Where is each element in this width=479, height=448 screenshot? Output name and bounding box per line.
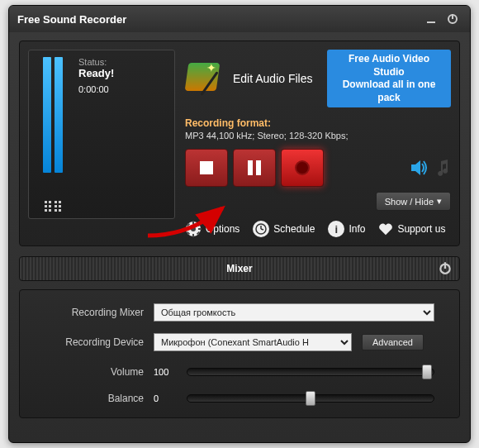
svg-rect-6 (192, 221, 194, 224)
recording-device-label: Recording Device (45, 336, 144, 348)
volume-label: Volume (45, 366, 144, 378)
mixer-power-button[interactable] (438, 260, 453, 278)
balance-value: 0 (154, 393, 177, 403)
show-hide-button[interactable]: Show / Hide ▾ (376, 192, 451, 211)
schedule-link[interactable]: Schedule (253, 221, 315, 237)
format-header: Recording format: (185, 117, 451, 129)
titlebar: Free Sound Recorder (9, 6, 470, 32)
svg-rect-7 (192, 234, 194, 237)
clock-icon (253, 221, 269, 237)
speaker-icon[interactable] (411, 160, 429, 176)
format-detail: MP3 44,100 kHz; Stereo; 128-320 Kbps; (185, 131, 451, 141)
chevron-down-icon: ▾ (437, 196, 442, 207)
mixer-header: Mixer (19, 256, 460, 281)
level-meters (36, 57, 70, 212)
advanced-button[interactable]: Advanced (362, 334, 424, 350)
app-title: Free Sound Recorder (17, 13, 126, 26)
recording-mixer-select[interactable]: Общая громкость (154, 303, 434, 322)
options-link[interactable]: Options (185, 221, 240, 237)
stop-button[interactable] (185, 149, 228, 187)
stop-icon (200, 161, 213, 174)
music-note-icon[interactable] (436, 160, 451, 176)
svg-rect-0 (427, 21, 435, 23)
info-icon: i (328, 221, 344, 237)
recording-device-select[interactable]: Микрофон (Conexant SmartAudio H (154, 333, 352, 351)
svg-rect-8 (185, 228, 188, 230)
power-button[interactable] (443, 10, 462, 28)
balance-slider[interactable] (187, 394, 434, 403)
status-value: Ready! (78, 67, 114, 79)
record-icon (295, 160, 310, 175)
volume-slider[interactable] (187, 368, 434, 376)
status-label: Status: (78, 57, 114, 67)
edit-audio-label[interactable]: Edit Audio Files (233, 72, 313, 85)
gear-icon (185, 221, 202, 237)
app-window: Free Sound Recorder Status: Ready! 0:00:… (8, 5, 471, 443)
info-link[interactable]: i Info (328, 221, 365, 237)
recording-mixer-label: Recording Mixer (45, 307, 144, 318)
pause-button[interactable] (233, 149, 276, 187)
upper-panel: Status: Ready! 0:00:00 ✦ Edit Audio File… (19, 41, 460, 246)
status-panel: Status: Ready! 0:00:00 (28, 50, 175, 219)
mixer-title: Mixer (226, 263, 252, 274)
svg-point-5 (191, 226, 196, 231)
volume-value: 100 (154, 367, 177, 377)
svg-marker-3 (411, 160, 420, 175)
promo-banner[interactable]: Free Audio Video Studio Download all in … (327, 50, 451, 107)
minimize-button[interactable] (422, 10, 440, 28)
heart-icon (378, 222, 393, 236)
support-link[interactable]: Support us (378, 222, 445, 236)
pause-icon (248, 160, 261, 175)
svg-line-16 (261, 229, 263, 230)
status-time: 0:00:00 (78, 84, 114, 94)
mixer-panel: Recording Mixer Общая громкость Recordin… (19, 289, 460, 418)
balance-label: Balance (45, 393, 144, 404)
record-button[interactable] (281, 149, 324, 187)
svg-rect-9 (198, 228, 202, 230)
edit-audio-icon[interactable]: ✦ (185, 63, 225, 94)
